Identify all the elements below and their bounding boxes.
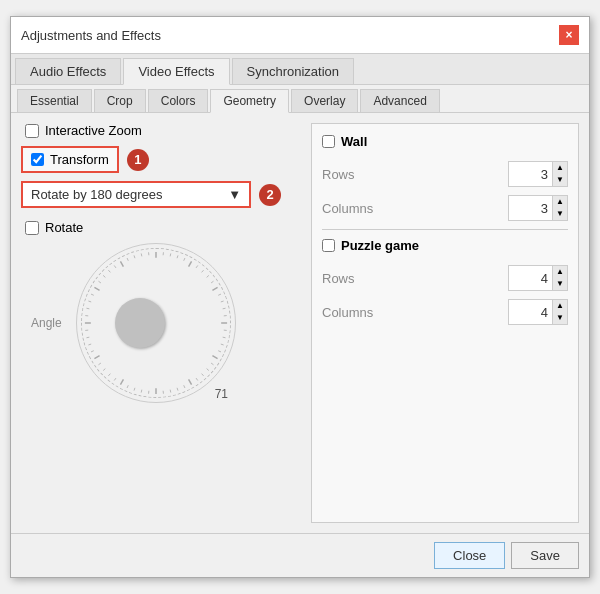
svg-line-23 [202, 374, 204, 376]
close-button[interactable]: Close [434, 542, 505, 569]
wall-rows-row: Rows 3 ▲ ▼ [322, 161, 568, 187]
puzzle-row: Puzzle game [322, 238, 568, 253]
svg-line-42 [88, 344, 91, 345]
rotation-knob[interactable]: // ticks rendered via JS below [76, 243, 236, 403]
svg-line-33 [134, 388, 135, 391]
interactive-zoom-label: Interactive Zoom [45, 123, 142, 138]
svg-line-35 [120, 379, 123, 384]
svg-line-19 [218, 351, 221, 352]
rotation-dropdown[interactable]: Rotate by 180 degrees ▼ [21, 181, 251, 208]
wall-columns-buttons: ▲ ▼ [552, 196, 567, 220]
sub-tab-bar: Essential Crop Colors Geometry Overlay A… [11, 85, 589, 113]
dropdown-arrow-icon: ▼ [228, 187, 241, 202]
svg-line-49 [91, 294, 94, 295]
wall-rows-down[interactable]: ▼ [553, 174, 567, 186]
svg-line-36 [114, 378, 116, 380]
rotate-checkbox[interactable] [25, 221, 39, 235]
svg-line-47 [86, 308, 89, 309]
tab-synchronization[interactable]: Synchronization [232, 58, 355, 84]
puzzle-rows-value: 4 [509, 269, 552, 288]
transform-row: Transform 1 [21, 146, 301, 173]
wall-columns-value: 3 [509, 199, 552, 218]
wall-columns-down[interactable]: ▼ [553, 208, 567, 220]
wall-checkbox[interactable] [322, 135, 335, 148]
tab-crop[interactable]: Crop [94, 89, 146, 112]
puzzle-checkbox[interactable] [322, 239, 335, 252]
tab-essential[interactable]: Essential [17, 89, 92, 112]
wall-columns-row: Columns 3 ▲ ▼ [322, 195, 568, 221]
step1-badge: 1 [127, 149, 149, 171]
svg-line-39 [98, 363, 100, 365]
svg-line-13 [223, 308, 226, 309]
wall-label: Wall [341, 134, 367, 149]
rotate-label: Rotate [45, 220, 83, 235]
transform-box: Transform [21, 146, 119, 173]
svg-line-34 [127, 385, 128, 388]
wall-row: Wall [322, 134, 568, 149]
wall-rows-spinner[interactable]: 3 ▲ ▼ [508, 161, 568, 187]
tab-advanced[interactable]: Advanced [360, 89, 439, 112]
svg-line-7 [202, 270, 204, 272]
svg-line-50 [94, 287, 99, 290]
puzzle-section: Puzzle game Rows 4 ▲ ▼ Columns [322, 238, 568, 325]
wall-rows-up[interactable]: ▲ [553, 162, 567, 174]
puzzle-columns-value: 4 [509, 303, 552, 322]
tab-audio-effects[interactable]: Audio Effects [15, 58, 121, 84]
svg-line-24 [196, 378, 198, 380]
svg-line-21 [211, 363, 213, 365]
svg-line-43 [86, 337, 89, 338]
interactive-zoom-checkbox[interactable] [25, 124, 39, 138]
svg-line-11 [218, 294, 221, 295]
tab-geometry[interactable]: Geometry [210, 89, 289, 113]
rotate-section: Rotate Angle // ticks rendered via JS be… [21, 220, 301, 403]
puzzle-columns-down[interactable]: ▼ [553, 312, 567, 324]
svg-line-22 [207, 369, 209, 371]
knob-handle [115, 298, 165, 348]
save-button[interactable]: Save [511, 542, 579, 569]
svg-line-6 [196, 265, 198, 267]
close-dialog-button[interactable]: × [559, 25, 579, 45]
svg-line-28 [170, 390, 171, 393]
title-bar: Adjustments and Effects × [11, 17, 589, 54]
top-tab-bar: Audio Effects Video Effects Synchronizat… [11, 54, 589, 85]
puzzle-rows-up[interactable]: ▲ [553, 266, 567, 278]
svg-line-58 [141, 253, 142, 256]
svg-line-3 [177, 255, 178, 258]
svg-line-48 [88, 301, 91, 302]
puzzle-columns-up[interactable]: ▲ [553, 300, 567, 312]
svg-line-2 [170, 253, 171, 256]
puzzle-columns-row: Columns 4 ▲ ▼ [322, 299, 568, 325]
tab-colors[interactable]: Colors [148, 89, 209, 112]
svg-line-8 [207, 275, 209, 277]
svg-line-55 [120, 261, 123, 266]
svg-line-25 [189, 379, 192, 384]
wall-rows-value: 3 [509, 165, 552, 184]
knob-container: Angle // ticks rendered via JS below 71 [21, 243, 301, 403]
step2-badge: 2 [259, 184, 281, 206]
puzzle-rows-spinner[interactable]: 4 ▲ ▼ [508, 265, 568, 291]
svg-line-41 [91, 351, 94, 352]
footer: Close Save [11, 533, 589, 577]
puzzle-rows-row: Rows 4 ▲ ▼ [322, 265, 568, 291]
svg-line-10 [212, 287, 217, 290]
svg-line-37 [108, 374, 110, 376]
puzzle-rows-label: Rows [322, 271, 355, 286]
svg-line-27 [177, 388, 178, 391]
dialog-title: Adjustments and Effects [21, 28, 161, 43]
interactive-zoom-row: Interactive Zoom [25, 123, 301, 138]
wall-rows-buttons: ▲ ▼ [552, 162, 567, 186]
wall-columns-label: Columns [322, 201, 373, 216]
puzzle-rows-buttons: ▲ ▼ [552, 266, 567, 290]
tab-video-effects[interactable]: Video Effects [123, 58, 229, 85]
svg-line-51 [98, 281, 100, 283]
wall-columns-up[interactable]: ▲ [553, 196, 567, 208]
puzzle-rows-down[interactable]: ▼ [553, 278, 567, 290]
tab-overlay[interactable]: Overlay [291, 89, 358, 112]
transform-checkbox[interactable] [31, 153, 44, 166]
wall-rows-label: Rows [322, 167, 355, 182]
puzzle-columns-spinner[interactable]: 4 ▲ ▼ [508, 299, 568, 325]
puzzle-label: Puzzle game [341, 238, 419, 253]
wall-columns-spinner[interactable]: 3 ▲ ▼ [508, 195, 568, 221]
puzzle-columns-label: Columns [322, 305, 373, 320]
angle-value: 71 [215, 387, 228, 401]
